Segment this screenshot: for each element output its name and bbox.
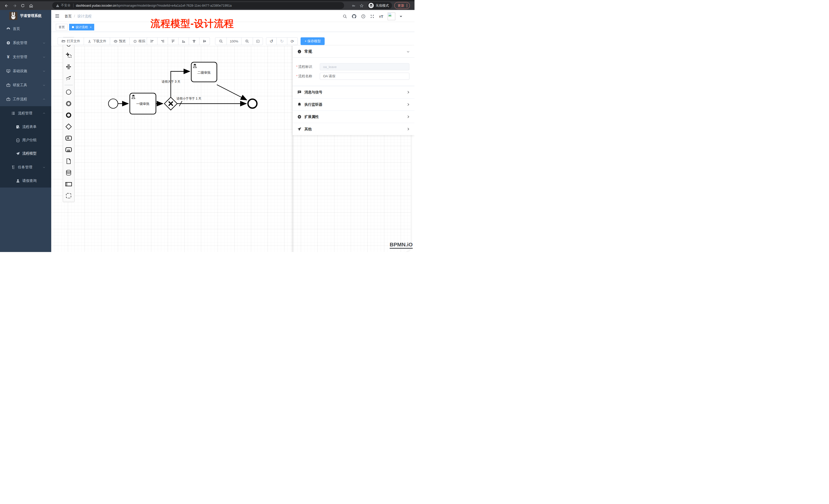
download-file-button[interactable]: 下载文件 — [84, 37, 110, 45]
bell-icon — [297, 102, 301, 107]
lasso-tool[interactable] — [63, 49, 74, 61]
help-button[interactable]: ? — [361, 14, 366, 19]
message-icon — [297, 90, 301, 94]
chevron-right-icon — [406, 127, 410, 131]
site-security[interactable]: 不安全 — [56, 3, 71, 8]
create-data-object[interactable] — [63, 155, 74, 167]
avatar[interactable] — [388, 12, 395, 20]
app-title: 芋道管理系统 — [20, 13, 41, 18]
browser-forward-button[interactable] — [11, 2, 18, 9]
browser-menu-icon[interactable] — [406, 4, 407, 7]
font-size-button[interactable]: ᴛT — [379, 14, 383, 19]
fullscreen-button[interactable] — [370, 14, 374, 19]
space-tool[interactable] — [63, 61, 74, 72]
chevron-down-icon — [42, 41, 45, 44]
process-name-input[interactable] — [320, 73, 409, 80]
button-label: 模拟 — [139, 39, 145, 43]
browser-home-button[interactable] — [28, 2, 34, 9]
panel-section-message-signal[interactable]: 消息与信号 — [293, 86, 414, 98]
browser-reload-button[interactable] — [20, 2, 26, 9]
create-gateway[interactable] — [63, 121, 74, 132]
align-center-button[interactable] — [199, 37, 210, 45]
flow-gateway-to-task2[interactable] — [171, 71, 190, 98]
sidebar-item-label: 基础设施 — [13, 69, 27, 73]
start-event[interactable] — [109, 99, 118, 109]
github-button[interactable] — [352, 14, 357, 19]
sidebar-item-task-mgmt[interactable]: 任务管理 — [0, 160, 51, 174]
zoom-out-button[interactable] — [215, 37, 227, 45]
bookmark-button[interactable] — [358, 2, 365, 9]
open-file-button[interactable]: 打开文件 — [58, 37, 84, 45]
simulate-button[interactable]: 模拟 — [129, 37, 149, 45]
create-group[interactable] — [63, 190, 74, 201]
panel-section-execution-listener[interactable]: 执行监听器 — [293, 98, 414, 111]
reset-view-button[interactable] — [253, 37, 263, 45]
plus-circle-icon — [297, 115, 301, 119]
bpmn-io-watermark[interactable]: BPMN.iO — [390, 241, 413, 249]
global-connect-tool[interactable] — [63, 72, 74, 84]
redo-button[interactable]: ↻ — [277, 37, 287, 45]
app-logo-row[interactable]: 芋道管理系统 — [0, 10, 51, 22]
undo-button[interactable]: ↺ — [266, 37, 277, 45]
panel-section-extended-attrs[interactable]: 扩展属性 — [293, 111, 414, 123]
align-top-button[interactable] — [168, 37, 178, 45]
flow-task2-to-end[interactable] — [217, 85, 247, 100]
align-right-button[interactable] — [157, 37, 168, 45]
sidebar-item-process-mgmt[interactable]: 流程管理 — [0, 106, 51, 120]
align-left-button[interactable] — [147, 37, 157, 45]
back-arrow-icon — [4, 4, 9, 8]
incognito-icon — [368, 3, 374, 8]
browser-update-button[interactable]: 更新 — [394, 2, 410, 9]
sidebar-item-infra[interactable]: 基础设施 — [0, 64, 51, 78]
tab-home[interactable]: 首页 — [56, 24, 68, 31]
create-subprocess[interactable] — [63, 144, 74, 155]
search-button[interactable] — [343, 14, 347, 19]
align-middle-button[interactable] — [189, 37, 200, 45]
user-task-level2[interactable]: 二级审批 — [191, 62, 217, 82]
zoom-in-button[interactable] — [241, 37, 253, 45]
breadcrumb-home[interactable]: 首页 — [65, 14, 72, 19]
create-data-store[interactable] — [63, 167, 74, 178]
preview-button[interactable]: 预览 — [110, 37, 130, 45]
sidebar-item-workflow[interactable]: 工作流程 — [0, 92, 51, 106]
download-icon — [87, 39, 92, 43]
sidebar-item-process-form[interactable]: 流程表单 — [0, 120, 51, 133]
sidebar-item-devtools[interactable]: 研发工具 — [0, 78, 51, 92]
tab-design-process[interactable]: 设计流程 × — [69, 24, 94, 31]
sidebar-item-home[interactable]: 首页 — [0, 22, 51, 36]
zoom-level[interactable]: 100% — [226, 37, 242, 45]
panel-section-other[interactable]: 其他 — [293, 123, 414, 135]
align-center-icon — [203, 39, 207, 43]
align-left-icon — [150, 39, 154, 43]
address-bar[interactable]: 不安全 dashboard.yudao.iocoder.cn/bpm/manag… — [52, 2, 344, 9]
create-intermediate-event[interactable] — [63, 98, 74, 109]
process-key-input[interactable] — [320, 63, 409, 70]
create-participant[interactable] — [63, 178, 74, 190]
sidebar-item-system[interactable]: 系统管理 — [0, 36, 51, 50]
restart-button[interactable]: ⟳ — [287, 37, 298, 45]
user-task-level1[interactable]: 一级审批 — [130, 93, 156, 114]
create-end-event[interactable] — [63, 109, 74, 121]
end-event[interactable] — [248, 99, 257, 108]
exclusive-gateway[interactable] — [165, 97, 177, 110]
tab-close-icon[interactable]: × — [90, 26, 92, 29]
sidebar-collapse-button[interactable] — [55, 13, 60, 18]
create-user-task[interactable] — [63, 132, 74, 144]
sidebar-item-payment[interactable]: ¥ 支付管理 — [0, 50, 51, 64]
create-start-event[interactable] — [63, 86, 74, 98]
sidebar-item-process-model[interactable]: 流程模型 — [0, 147, 51, 160]
save-model-button[interactable]: + 保存模型 — [300, 37, 325, 45]
sidebar-item-user-group[interactable]: 用户分组 — [0, 133, 51, 147]
broken-image-icon — [388, 13, 392, 16]
caret-down-icon[interactable] — [400, 16, 402, 18]
browser-back-button[interactable] — [3, 2, 10, 9]
align-toolbar-group — [147, 37, 210, 45]
zoom-in-icon — [245, 39, 249, 43]
forward-arrow-icon — [12, 4, 17, 8]
sidebar-item-leave-query[interactable]: 请假查询 — [0, 174, 51, 188]
align-bottom-button[interactable] — [178, 37, 189, 45]
header-actions: ? ᴛT — [343, 12, 402, 20]
workflow-submenu: 流程管理 流程表单 用户分组 流程模型 任务管理 请假查询 — [0, 106, 51, 188]
password-manager-button[interactable] — [350, 2, 357, 9]
panel-section-general[interactable]: i 常规 — [293, 46, 414, 57]
